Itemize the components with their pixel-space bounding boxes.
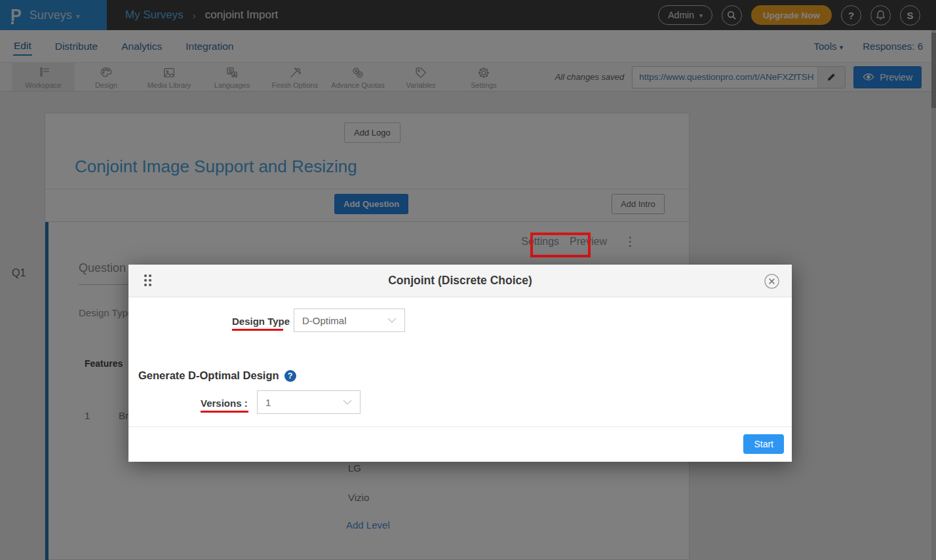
design-type-value: D-Optimal: [302, 315, 347, 326]
chevron-down-icon: [343, 400, 352, 405]
modal-footer: Start: [128, 426, 792, 462]
versions-label: Versions :: [201, 398, 248, 409]
generate-design-section-title: Generate D-Optimal Design ?: [138, 369, 296, 382]
design-type-label: Design Type: [232, 316, 290, 327]
versions-underline-annotation: [201, 411, 248, 413]
versions-dropdown[interactable]: 1: [257, 390, 361, 414]
conjoint-settings-modal: Conjoint (Discrete Choice) Design Type D…: [128, 265, 792, 462]
close-icon: [764, 273, 780, 289]
versions-value: 1: [265, 397, 271, 408]
design-type-dropdown[interactable]: D-Optimal: [294, 308, 405, 332]
questionpro-app: P Surveys▾ My Surveys › conjoint Import …: [0, 0, 936, 560]
modal-title: Conjoint (Discrete Choice): [128, 274, 792, 288]
settings-highlight-annotation: [530, 233, 591, 257]
design-type-underline-annotation: [232, 329, 283, 331]
close-modal-button[interactable]: [764, 273, 780, 289]
modal-header: Conjoint (Discrete Choice): [128, 265, 792, 297]
chevron-down-icon: [387, 318, 397, 323]
start-button[interactable]: Start: [743, 434, 784, 454]
help-icon[interactable]: ?: [284, 370, 296, 382]
